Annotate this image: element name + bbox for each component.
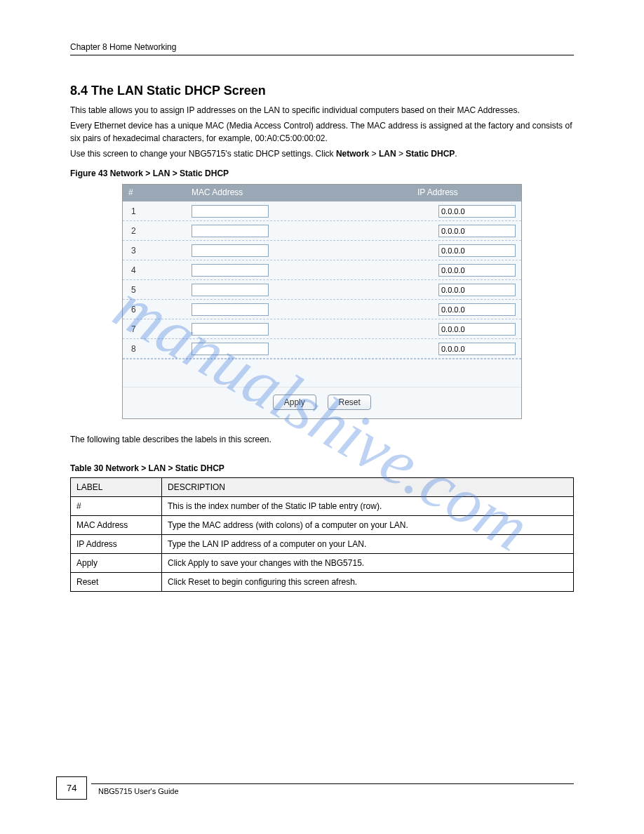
- ip-address-input[interactable]: [438, 284, 516, 296]
- header-rule: [70, 55, 574, 55]
- apply-button[interactable]: Apply: [273, 395, 316, 410]
- ip-address-input[interactable]: [438, 225, 516, 237]
- desc-label: Reset: [71, 573, 162, 592]
- mac-address-input[interactable]: [192, 343, 269, 355]
- table-row: 8: [123, 339, 521, 359]
- desc-row: # This is the index number of the Static…: [71, 497, 574, 516]
- breadcrumb-part-3: Static DHCP: [405, 149, 455, 159]
- ip-address-input[interactable]: [438, 323, 516, 336]
- intro-paragraph-1: This table allows you to assign IP addre…: [70, 104, 574, 117]
- figure-caption: Figure 43 Network > LAN > Static DHCP: [70, 168, 574, 178]
- row-index: 1: [128, 206, 192, 216]
- desc-row: Reset Click Reset to begin configuring t…: [71, 573, 574, 592]
- row-index: 6: [128, 305, 192, 315]
- static-dhcp-panel: # MAC Address IP Address 1 2 3 4: [122, 184, 522, 419]
- ip-address-input[interactable]: [438, 303, 516, 316]
- section-title: 8.4 The LAN Static DHCP Screen: [70, 84, 574, 98]
- table-caption: Table 30 Network > LAN > Static DHCP: [70, 463, 574, 473]
- table-row: 3: [123, 241, 521, 260]
- mac-address-input[interactable]: [192, 323, 269, 336]
- mac-address-input[interactable]: [192, 284, 269, 296]
- table-row: 6: [123, 300, 521, 319]
- header-mac: MAC Address: [192, 185, 417, 201]
- row-index: 2: [128, 226, 192, 236]
- desc-text: Click Apply to save your changes with th…: [162, 554, 574, 573]
- desc-text: This is the index number of the Static I…: [162, 497, 574, 516]
- desc-header-description: DESCRIPTION: [162, 478, 574, 497]
- mac-address-input[interactable]: [192, 303, 269, 316]
- ip-address-input[interactable]: [438, 244, 516, 257]
- intro-text-3: Use this screen to change your NBG5715's…: [70, 149, 336, 159]
- table-caption-text: Table 30 Network > LAN > Static DHCP: [70, 463, 224, 473]
- table-row: 2: [123, 221, 521, 241]
- table-row: 5: [123, 280, 521, 300]
- mac-address-input[interactable]: [192, 244, 269, 257]
- panel-button-bar: Apply Reset: [123, 387, 521, 418]
- ip-address-input[interactable]: [438, 205, 516, 218]
- table-row: 4: [123, 260, 521, 280]
- breadcrumb-part-2: LAN: [379, 149, 396, 159]
- breadcrumb-part-1: Network: [336, 149, 369, 159]
- breadcrumb-sep-1: >: [372, 149, 379, 159]
- panel-spacer: [123, 359, 521, 387]
- panel-inner: # MAC Address IP Address 1 2 3 4: [123, 185, 521, 418]
- row-index: 3: [128, 246, 192, 256]
- desc-text: Type the LAN IP address of a computer on…: [162, 535, 574, 554]
- desc-header-label: LABEL: [71, 478, 162, 497]
- intro-paragraph-3: Use this screen to change your NBG5715's…: [70, 147, 574, 160]
- row-index: 5: [128, 285, 192, 295]
- desc-row: MAC Address Type the MAC address (with c…: [71, 516, 574, 535]
- desc-text: Click Reset to begin configuring this sc…: [162, 573, 574, 592]
- desc-label: MAC Address: [71, 516, 162, 535]
- desc-row: IP Address Type the LAN IP address of a …: [71, 535, 574, 554]
- ip-address-input[interactable]: [438, 343, 516, 355]
- label-description-table: LABEL DESCRIPTION # This is the index nu…: [70, 477, 574, 592]
- desc-label: Apply: [71, 554, 162, 573]
- desc-header-row: LABEL DESCRIPTION: [71, 478, 574, 497]
- desc-label: IP Address: [71, 535, 162, 554]
- reset-button[interactable]: Reset: [328, 395, 371, 410]
- table-header-row: # MAC Address IP Address: [123, 185, 521, 201]
- header-index: #: [128, 185, 192, 201]
- ip-address-input[interactable]: [438, 264, 516, 277]
- page-container: Chapter 8 Home Networking 8.4 The LAN St…: [0, 0, 644, 627]
- row-index: 7: [128, 324, 192, 334]
- intro-paragraph-2: Every Ethernet device has a unique MAC (…: [70, 119, 574, 145]
- page-number: 74: [56, 776, 87, 800]
- header-ip: IP Address: [417, 185, 516, 201]
- row-index: 8: [128, 344, 192, 354]
- desc-intro: The following table describes the labels…: [70, 433, 574, 446]
- footer-guide-title: NBG5715 User's Guide: [98, 784, 574, 795]
- page-footer: 74 NBG5715 User's Guide: [56, 783, 574, 795]
- mac-address-input[interactable]: [192, 264, 269, 277]
- table-row: 1: [123, 201, 521, 221]
- table-row: 7: [123, 319, 521, 339]
- row-index: 4: [128, 265, 192, 275]
- desc-row: Apply Click Apply to save your changes w…: [71, 554, 574, 573]
- breadcrumb-sep-2: >: [398, 149, 405, 159]
- chapter-header: Chapter 8 Home Networking: [70, 42, 574, 52]
- mac-address-input[interactable]: [192, 225, 269, 237]
- mac-address-input[interactable]: [192, 205, 269, 218]
- desc-label: #: [71, 497, 162, 516]
- desc-text: Type the MAC address (with colons) of a …: [162, 516, 574, 535]
